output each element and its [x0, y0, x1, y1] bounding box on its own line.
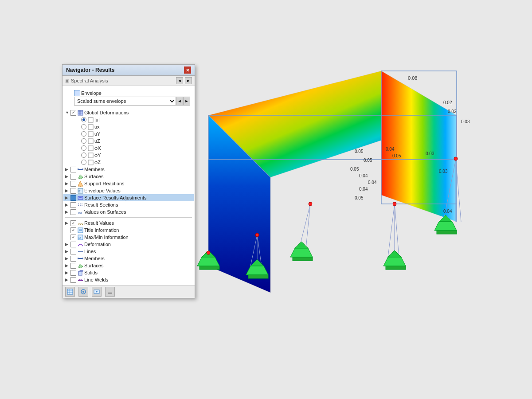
gd-phix-label: φX — [94, 145, 101, 151]
navigator-titlebar: Navigator - Results ✕ — [63, 65, 195, 76]
sd-label: Surfaces — [84, 263, 103, 268]
gd-uy-radio[interactable] — [81, 131, 86, 137]
gd-u-abs-icon — [87, 117, 94, 123]
toolbar-prev-btn[interactable]: ◄ — [176, 77, 183, 84]
gd-uy-label: uY — [94, 131, 100, 137]
svg-marker-96 — [78, 270, 83, 272]
lines-expand: ▶ — [65, 249, 70, 254]
gd-phiz-label: φZ — [94, 160, 101, 165]
surfaces-item[interactable]: ▶ Surfaces — [63, 173, 194, 180]
global-deformations-item[interactable]: ▼ Global Deformations — [63, 109, 194, 116]
gd-uz-radio[interactable] — [81, 138, 86, 144]
rs-checkbox[interactable] — [70, 202, 76, 208]
sd-expand: ▶ — [65, 263, 70, 268]
lw-checkbox[interactable] — [70, 277, 76, 283]
gd-phiz-item[interactable]: φZ — [74, 159, 194, 166]
vos-checkbox[interactable] — [70, 209, 76, 215]
values-on-surfaces-item[interactable]: ▶ xx Values on Surfaces — [63, 208, 194, 215]
surface-results-adjustments-item[interactable]: ▶ Surface Results Adjustments — [63, 194, 194, 201]
envelope-dropdown[interactable]: Scaled sums envelope — [74, 97, 176, 106]
members-display-item[interactable]: ▶ Members — [63, 255, 194, 262]
navigator-panel: Navigator - Results ✕ ▣ Spectral Analysi… — [62, 64, 195, 298]
svg-rect-70 — [88, 160, 93, 165]
envelope-dropdown-row: Scaled sums envelope ◄ ► — [74, 97, 190, 106]
svg-text:0.04: 0.04 — [368, 180, 377, 185]
rv-expand: ▶ — [65, 221, 70, 225]
envelope-values-item[interactable]: ▶ E Envelope Values — [63, 187, 194, 194]
lines-checkbox[interactable] — [70, 249, 76, 254]
gd-ux-item[interactable]: ux — [74, 123, 194, 130]
bottom-btn-1[interactable] — [65, 287, 75, 297]
toolbar-next-btn[interactable]: ► — [185, 77, 192, 84]
ti-icon — [77, 227, 83, 233]
svg-point-92 — [78, 258, 79, 259]
solids-item[interactable]: ▶ Solids — [63, 269, 194, 276]
gd-phiy-item[interactable]: φY — [74, 152, 194, 159]
lines-item[interactable]: ▶ Lines — [63, 248, 194, 255]
mmi-checkbox[interactable] — [70, 235, 76, 240]
max-min-info-item[interactable]: M Max/Min Information — [63, 234, 194, 241]
gd-checkbox[interactable] — [70, 110, 76, 116]
gd-u-abs-label: |u| — [94, 117, 100, 122]
gd-phix-item[interactable]: φX — [74, 145, 194, 152]
bottom-btn-4[interactable] — [105, 287, 115, 297]
gd-uy-item[interactable]: uY — [74, 130, 194, 137]
md-label: Members — [84, 256, 105, 261]
svg-text:0.04: 0.04 — [386, 147, 395, 152]
def-checkbox[interactable] — [70, 242, 76, 247]
toolbar-icon: ▣ — [65, 78, 69, 83]
ti-checkbox[interactable] — [70, 227, 76, 233]
sol-checkbox[interactable] — [70, 270, 76, 276]
gd-uz-item[interactable]: uZ — [74, 137, 194, 145]
dropdown-prev-btn[interactable]: ◄ — [176, 97, 183, 106]
bottom-btn-3[interactable] — [92, 287, 102, 297]
gd-u-abs-radio[interactable] — [81, 117, 86, 122]
dropdown-next-btn[interactable]: ► — [183, 97, 190, 106]
result-sections-item[interactable]: ▶ Result Sections — [63, 201, 194, 208]
svg-rect-64 — [88, 117, 93, 122]
md-expand: ▶ — [65, 256, 70, 261]
deformation-item[interactable]: ▶ Deformation — [63, 241, 194, 248]
bottom-btn-2[interactable] — [78, 287, 88, 297]
members-checkbox[interactable] — [70, 167, 76, 172]
close-button[interactable]: ✕ — [184, 66, 191, 74]
md-checkbox[interactable] — [70, 256, 76, 262]
line-welds-item[interactable]: ▶ Line Welds — [63, 276, 194, 283]
gd-phiz-radio[interactable] — [81, 160, 86, 165]
gd-u-abs-item[interactable]: |u| — [74, 116, 194, 123]
rs-expand: ▶ — [65, 203, 70, 207]
surfaces-checkbox[interactable] — [70, 174, 76, 180]
surfaces-display-item[interactable]: ▶ Surfaces — [63, 262, 194, 269]
sra-icon — [77, 195, 83, 201]
title-info-item[interactable]: Title Information — [63, 227, 194, 234]
svg-text:0.05: 0.05 — [364, 158, 372, 163]
visualization-area: 0.08 0.02 0.02 0.03 0.03 0.04 0.03 0.05 … — [168, 35, 501, 301]
svg-rect-28 — [293, 257, 313, 261]
result-values-item[interactable]: ▶ xxx Result Values — [63, 219, 194, 227]
svg-point-93 — [82, 258, 83, 259]
members-item[interactable]: ▶ Members — [63, 166, 194, 173]
gd-phix-radio[interactable] — [81, 145, 86, 151]
sd-icon — [77, 262, 83, 269]
gd-phiy-label: φY — [94, 153, 101, 158]
gd-uz-label: uZ — [94, 138, 100, 144]
gd-uz-icon — [87, 138, 94, 144]
sd-checkbox[interactable] — [70, 263, 76, 269]
sra-checkbox[interactable] — [70, 195, 76, 201]
support-reactions-item[interactable]: ▶ Support Reactions — [63, 180, 194, 187]
envelope-item[interactable]: Envelope — [67, 90, 190, 97]
def-label: Deformation — [84, 242, 111, 247]
gd-phiy-radio[interactable] — [81, 153, 86, 158]
ev-checkbox[interactable] — [70, 188, 76, 194]
lw-expand: ▶ — [65, 278, 70, 282]
gd-ux-radio[interactable] — [81, 124, 86, 129]
surfaces-expand: ▶ — [65, 174, 70, 179]
svg-rect-69 — [88, 153, 93, 158]
svg-rect-34 — [437, 231, 457, 234]
sr-checkbox[interactable] — [70, 181, 76, 187]
rv-checkbox[interactable] — [70, 220, 76, 226]
nav-toolbar: ▣ Spectral Analysis ◄ ► — [63, 76, 195, 86]
svg-point-72 — [78, 168, 79, 170]
gd-ux-label: ux — [94, 124, 100, 129]
surfaces-icon — [77, 173, 83, 180]
